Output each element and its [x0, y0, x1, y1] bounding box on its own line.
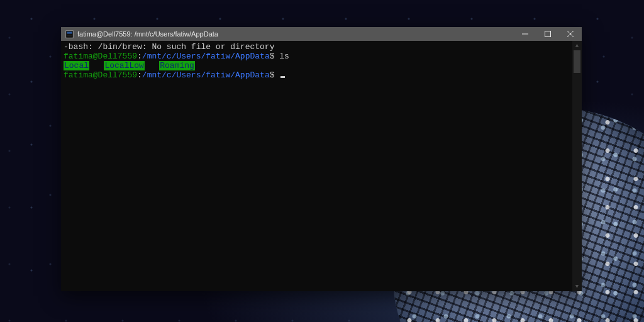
svg-rect-1	[67, 31, 72, 33]
scrollbar-down-arrow[interactable]: ▼	[572, 282, 582, 291]
scrollbar-vertical[interactable]: ▲ ▼	[572, 41, 582, 291]
prompt-sigil: $	[270, 70, 275, 80]
minimize-button[interactable]	[514, 27, 536, 41]
command-text: ls	[279, 52, 289, 61]
prompt-userhost: fatima@Dell7559	[64, 52, 137, 61]
close-button[interactable]	[559, 27, 582, 41]
dir-entry: Roaming	[159, 61, 195, 70]
terminal-output[interactable]: -bash: /bin/brew: No such file or direct…	[61, 41, 572, 291]
prompt-userhost: fatima@Dell7559	[64, 70, 137, 80]
scrollbar-up-arrow[interactable]: ▲	[572, 41, 582, 50]
titlebar[interactable]: fatima@Dell7559: /mnt/c/Users/fatiw/AppD…	[61, 27, 582, 41]
prompt-sep: :	[137, 52, 142, 61]
prompt-path: /mnt/c/Users/fatiw/AppData	[142, 70, 270, 80]
dir-entry: Local	[64, 61, 89, 70]
window-title: fatima@Dell7559: /mnt/c/Users/fatiw/AppD…	[77, 30, 218, 38]
prompt-path: /mnt/c/Users/fatiw/AppData	[142, 52, 270, 61]
svg-rect-2	[67, 34, 72, 36]
cursor	[280, 76, 285, 78]
error-line: -bash: /bin/brew: No such file or direct…	[64, 42, 274, 52]
terminal-window: fatima@Dell7559: /mnt/c/Users/fatiw/AppD…	[61, 27, 582, 291]
prompt-sep: :	[137, 70, 142, 80]
terminal-body: -bash: /bin/brew: No such file or direct…	[61, 41, 582, 291]
prompt-sigil: $	[270, 52, 275, 61]
maximize-button[interactable]	[536, 27, 559, 41]
app-icon	[65, 30, 74, 38]
dir-entry: LocalLow	[104, 61, 144, 70]
scrollbar-thumb[interactable]	[574, 50, 580, 73]
svg-rect-4	[545, 31, 551, 37]
